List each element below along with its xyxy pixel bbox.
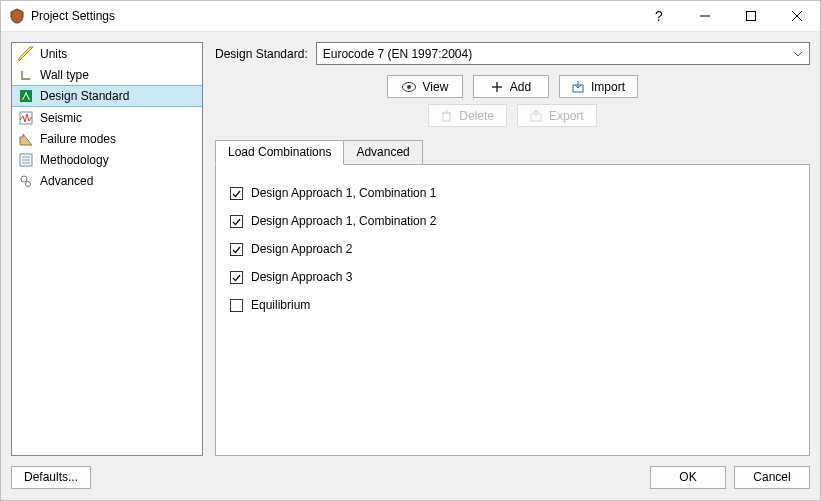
tabstrip: Load Combinations Advanced [215, 139, 810, 164]
trash-icon [441, 110, 452, 122]
combination-row: Design Approach 1, Combination 1 [230, 179, 795, 207]
settings-nav: Units Wall type Design Standard [11, 42, 203, 456]
dialog-body: Units Wall type Design Standard [1, 32, 820, 500]
main-area: Units Wall type Design Standard [1, 32, 820, 462]
nav-label: Wall type [40, 68, 89, 82]
checkbox[interactable] [230, 215, 243, 228]
combination-label: Design Approach 1, Combination 1 [251, 186, 436, 200]
maximize-button[interactable] [728, 1, 774, 31]
cancel-button[interactable]: Cancel [734, 466, 810, 489]
design-standard-combo[interactable]: Eurocode 7 (EN 1997:2004) [316, 42, 810, 65]
titlebar: Project Settings ? [1, 1, 820, 32]
export-icon [530, 110, 542, 122]
combination-label: Equilibrium [251, 298, 310, 312]
ruler-icon [18, 46, 34, 62]
tab-label: Load Combinations [228, 145, 331, 159]
combination-label: Design Approach 2 [251, 242, 352, 256]
view-button[interactable]: View [387, 75, 463, 98]
combination-row: Equilibrium [230, 291, 795, 319]
chevron-down-icon [793, 51, 803, 57]
help-button[interactable]: ? [636, 1, 682, 31]
nav-item-wall-type[interactable]: Wall type [12, 64, 202, 85]
checkbox[interactable] [230, 187, 243, 200]
methodology-icon [18, 152, 34, 168]
dialog-footer: Defaults... OK Cancel [1, 462, 820, 500]
svg-point-14 [21, 176, 27, 182]
nav-item-advanced[interactable]: Advanced [12, 170, 202, 191]
standard-icon [18, 88, 34, 104]
svg-rect-5 [21, 71, 23, 80]
button-label: Cancel [753, 470, 790, 484]
standard-toolbar-2: Delete Export [215, 104, 810, 127]
svg-point-15 [26, 181, 31, 186]
checkbox[interactable] [230, 243, 243, 256]
svg-rect-22 [443, 113, 450, 121]
svg-marker-9 [20, 134, 32, 145]
button-label: View [423, 80, 449, 94]
svg-rect-1 [747, 12, 756, 21]
minimize-button[interactable] [682, 1, 728, 31]
nav-item-methodology[interactable]: Methodology [12, 149, 202, 170]
import-button[interactable]: Import [559, 75, 638, 98]
combination-label: Design Approach 3 [251, 270, 352, 284]
close-button[interactable] [774, 1, 820, 31]
nav-item-failure-modes[interactable]: Failure modes [12, 128, 202, 149]
tab-label: Advanced [356, 145, 409, 159]
combination-row: Design Approach 1, Combination 2 [230, 207, 795, 235]
button-label: Export [549, 109, 584, 123]
nav-item-units[interactable]: Units [12, 43, 202, 64]
ok-button[interactable]: OK [650, 466, 726, 489]
settings-content: Design Standard: Eurocode 7 (EN 1997:200… [203, 42, 810, 456]
design-standard-value: Eurocode 7 (EN 1997:2004) [323, 47, 472, 61]
nav-item-design-standard[interactable]: Design Standard [12, 85, 202, 107]
defaults-button[interactable]: Defaults... [11, 466, 91, 489]
tab-load-combinations[interactable]: Load Combinations [215, 140, 344, 165]
eye-icon [402, 82, 416, 92]
design-standard-label: Design Standard: [215, 47, 308, 61]
nav-label: Advanced [40, 174, 93, 188]
button-label: Defaults... [24, 470, 78, 484]
svg-rect-7 [20, 90, 32, 102]
seismic-icon [18, 110, 34, 126]
export-button: Export [517, 104, 597, 127]
svg-rect-6 [23, 78, 30, 80]
nav-label: Design Standard [40, 89, 129, 103]
app-icon [9, 8, 25, 24]
plus-icon [491, 81, 503, 93]
tab-panel-load-combinations: Design Approach 1, Combination 1 Design … [215, 164, 810, 456]
tab-advanced[interactable]: Advanced [343, 140, 422, 165]
nav-label: Seismic [40, 111, 82, 125]
nav-label: Units [40, 47, 67, 61]
combination-row: Design Approach 3 [230, 263, 795, 291]
window-title: Project Settings [31, 9, 115, 23]
failure-icon [18, 131, 34, 147]
button-label: Import [591, 80, 625, 94]
nav-label: Methodology [40, 153, 109, 167]
combination-row: Design Approach 2 [230, 235, 795, 263]
button-label: Delete [459, 109, 494, 123]
delete-button: Delete [428, 104, 507, 127]
standard-toolbar: View Add Import [215, 75, 810, 98]
combination-label: Design Approach 1, Combination 2 [251, 214, 436, 228]
add-button[interactable]: Add [473, 75, 549, 98]
svg-point-17 [407, 85, 411, 89]
checkbox[interactable] [230, 299, 243, 312]
import-icon [572, 81, 584, 93]
project-settings-dialog: Project Settings ? Units [0, 0, 821, 501]
wall-icon [18, 67, 34, 83]
gears-icon [18, 173, 34, 189]
standard-row: Design Standard: Eurocode 7 (EN 1997:200… [215, 42, 810, 65]
nav-item-seismic[interactable]: Seismic [12, 107, 202, 128]
button-label: Add [510, 80, 531, 94]
svg-marker-4 [19, 47, 33, 61]
checkbox[interactable] [230, 271, 243, 284]
nav-label: Failure modes [40, 132, 116, 146]
